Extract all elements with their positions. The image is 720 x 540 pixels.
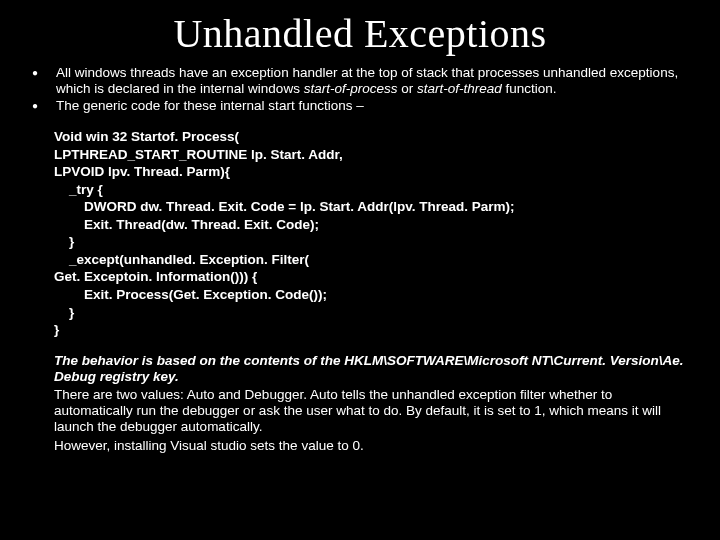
- bullet-list: ● All windows threads have an exception …: [30, 65, 690, 114]
- text-span: function.: [502, 81, 557, 96]
- text-span: or: [397, 81, 417, 96]
- text-italic: start-of-process: [304, 81, 398, 96]
- code-line: DWORD dw. Thread. Exit. Code = lp. Start…: [54, 198, 690, 216]
- footer-line: The behavior is based on the contents of…: [54, 353, 690, 385]
- code-line: }: [54, 321, 690, 339]
- code-line: }: [54, 233, 690, 251]
- code-line: LPTHREAD_START_ROUTINE lp. Start. Addr,: [54, 146, 690, 164]
- code-line: Void win 32 Startof. Process(: [54, 128, 690, 146]
- code-line: Get. Exceptoin. Information())) {: [54, 268, 690, 286]
- bullet-item: ● All windows threads have an exception …: [30, 65, 690, 96]
- code-line: _try {: [54, 181, 690, 199]
- code-line: _except(unhandled. Exception. Filter(: [54, 251, 690, 269]
- footer-line: There are two values: Auto and Debugger.…: [54, 387, 690, 436]
- bullet-text: All windows threads have an exception ha…: [56, 65, 690, 96]
- bullet-icon: ●: [30, 98, 56, 114]
- text-bold-italic: registry key.: [100, 369, 179, 384]
- bullet-text: The generic code for these internal star…: [56, 98, 690, 114]
- code-line: LPVOID lpv. Thread. Parm){: [54, 163, 690, 181]
- text-italic: start-of-thread: [417, 81, 502, 96]
- bullet-item: ● The generic code for these internal st…: [30, 98, 690, 114]
- code-line: }: [54, 304, 690, 322]
- code-block: Void win 32 Startof. Process( LPTHREAD_S…: [54, 128, 690, 339]
- slide: Unhandled Exceptions ● All windows threa…: [0, 10, 720, 540]
- code-line: Exit. Thread(dw. Thread. Exit. Code);: [54, 216, 690, 234]
- slide-title: Unhandled Exceptions: [30, 10, 690, 57]
- bullet-icon: ●: [30, 65, 56, 81]
- footer-text: The behavior is based on the contents of…: [54, 353, 690, 454]
- code-line: Exit. Process(Get. Exception. Code());: [54, 286, 690, 304]
- footer-line: However, installing Visual studio sets t…: [54, 438, 690, 454]
